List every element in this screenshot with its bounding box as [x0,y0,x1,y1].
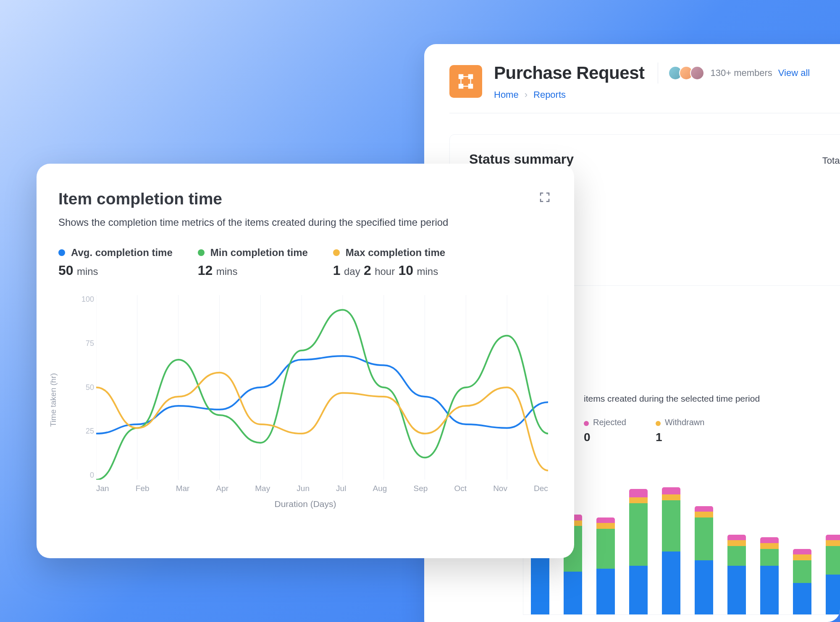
app-icon [449,65,482,98]
svg-rect-2 [459,84,463,88]
breadcrumb-home[interactable]: Home [494,89,519,100]
legend-value: 12 mins [198,263,308,278]
chevron-right-icon: › [525,89,528,100]
plot-area [96,295,548,480]
legend-label: Max completion time [346,247,445,259]
dot-icon [656,421,661,426]
breadcrumb: Home › Reports [494,89,840,100]
legend-max: Max completion time 1 day 2 hour 10 mins [333,247,445,278]
legend-withdrawn: Withdrawn 1 [656,418,704,444]
dot-icon [584,421,589,426]
legend-value: 50 mins [58,263,173,278]
dot-icon [333,249,340,256]
legend-label: Rejected [593,418,626,427]
legend-min: Min completion time 12 mins [198,247,308,278]
svg-rect-1 [469,75,472,78]
legend-value: 0 [584,431,626,444]
expand-button[interactable] [537,190,552,205]
x-ticks: JanFebMarAprMayJunJulAugSepOctNovDec [96,484,548,493]
card-subtitle: Shows the completion time metrics of the… [58,217,552,228]
total-items-label: Total items [822,155,840,166]
y-axis-label: Time taken (hr) [49,373,58,427]
mini-legend: Rejected 0 Withdrawn 1 [584,418,704,444]
dot-icon [58,249,65,256]
members-count: 130+ members [710,68,772,78]
svg-rect-3 [469,84,472,88]
avatar [690,66,704,80]
legend-label: Withdrawn [665,418,704,427]
y-ticks: 1007550250 [79,295,94,480]
chart-legend: Avg. completion time 50 mins Min complet… [58,247,552,278]
line-chart: Time taken (hr) 1007550250 JanFebMarAprM… [58,291,552,509]
divider [658,63,658,84]
page-title: Purchase Request [494,63,644,83]
breadcrumb-reports[interactable]: Reports [533,89,566,100]
lower-description: items created during the selected time p… [584,394,760,404]
legend-label: Avg. completion time [71,247,173,259]
legend-avg: Avg. completion time 50 mins [58,247,173,278]
completion-time-card: Item completion time Shows the completio… [37,164,574,558]
legend-rejected: Rejected 0 [584,418,626,444]
divider [449,113,840,113]
legend-label: Min completion time [210,247,308,259]
dot-icon [198,249,205,256]
view-all-link[interactable]: View all [778,68,810,78]
legend-value: 1 day 2 hour 10 mins [333,263,445,278]
card-title: Item completion time [58,190,222,208]
member-avatars[interactable] [668,66,704,80]
x-axis-label: Duration (Days) [274,499,336,509]
legend-value: 1 [656,431,704,444]
svg-rect-0 [459,75,463,78]
